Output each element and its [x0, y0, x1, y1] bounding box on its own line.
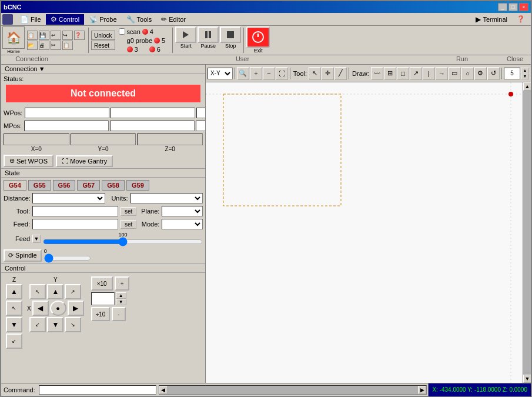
plane-select[interactable] [162, 206, 203, 216]
unlock-button[interactable]: Unlock [91, 31, 115, 40]
step-minus-btn[interactable]: - [112, 307, 125, 321]
toolbar-btn-5[interactable]: ❓ [74, 31, 85, 40]
wpos-y[interactable] [111, 108, 195, 118]
stop-button[interactable] [220, 26, 241, 43]
tool-line-btn[interactable]: ╱ [334, 67, 347, 80]
x-input[interactable] [4, 134, 69, 145]
z-diag-up-left[interactable]: ↖ [6, 301, 22, 316]
canvas-area[interactable] [206, 82, 523, 383]
spinbox-up[interactable]: ▲ [521, 68, 529, 74]
feed-arrow[interactable]: ▼ [32, 235, 41, 243]
draw-refresh-btn[interactable]: ↺ [487, 67, 500, 80]
y-up-btn[interactable]: ▲ [47, 284, 63, 299]
x-left-btn[interactable]: ◀ [32, 301, 49, 316]
step-plus-btn[interactable]: + [115, 276, 130, 291]
draw-cut-btn[interactable]: | [423, 67, 435, 80]
vscroll-track[interactable] [523, 91, 531, 375]
reset-button[interactable]: Reset [91, 41, 115, 50]
tab-g57[interactable]: G57 [77, 180, 100, 191]
main-canvas[interactable] [206, 82, 523, 383]
home-jog-btn[interactable]: ● [50, 301, 66, 316]
diag-up-right-btn[interactable]: ↗ [65, 284, 81, 299]
toolbar-btn-6[interactable]: 📂 [27, 41, 38, 50]
tool-move-btn[interactable]: ✛ [322, 67, 334, 80]
pause-button[interactable] [198, 26, 219, 43]
feed-set-button[interactable]: set [121, 220, 136, 229]
toolbar-btn-8[interactable]: ✂ [51, 41, 61, 50]
tool-set-button[interactable]: set [121, 207, 136, 216]
step-up-arrow[interactable]: ▲ [116, 292, 126, 299]
zoom-region-btn[interactable]: ⛶ [276, 67, 288, 80]
spindle-slider[interactable] [44, 254, 91, 262]
tab-g55[interactable]: G55 [28, 180, 51, 191]
toolbar-btn-9[interactable]: 📋 [62, 41, 73, 50]
move-gantry-button[interactable]: ⛶ Move Gantry [56, 155, 113, 167]
feed-input[interactable] [32, 219, 118, 229]
z-down-button[interactable]: ▼ [6, 317, 22, 332]
tool-select-btn[interactable]: ↖ [309, 67, 321, 80]
exit-button[interactable] [246, 26, 270, 48]
spindle-button[interactable]: ⟳ Spindle [4, 249, 42, 262]
draw-path-btn[interactable]: 〰 [371, 67, 383, 80]
draw-grid-btn[interactable]: ⊞ [384, 67, 396, 80]
hscroll-right-btn[interactable]: ▶ [418, 386, 426, 394]
mode-select[interactable] [162, 219, 203, 229]
spinbox-input[interactable]: 5 [504, 68, 520, 79]
toolbar-btn-4[interactable]: ↪ [62, 31, 73, 40]
feed-slider[interactable] [43, 238, 203, 246]
vscroll-up-btn[interactable]: ▲ [523, 82, 531, 91]
tab-g58[interactable]: G58 [102, 180, 125, 191]
distance-select[interactable] [32, 193, 105, 203]
start-button[interactable] [175, 26, 196, 43]
vscroll-down-btn[interactable]: ▼ [523, 375, 531, 383]
set-wpos-button[interactable]: ⊕ Set WPOS [4, 155, 53, 167]
z-up-button[interactable]: ▲ [6, 284, 22, 299]
draw-rect-btn[interactable]: □ [397, 67, 409, 80]
close-button[interactable]: × [519, 3, 528, 11]
mpos-y[interactable] [110, 121, 195, 131]
draw-gear-btn[interactable]: ⚙ [474, 67, 487, 80]
menu-control[interactable]: ⚙ Control [46, 14, 84, 25]
hscrollbar[interactable]: ◀ ▶ [159, 385, 427, 395]
diag-down-left-btn[interactable]: ↙ [29, 317, 46, 332]
diag-up-left-btn[interactable]: ↖ [29, 284, 46, 299]
zoom-in-btn[interactable]: + [250, 67, 262, 80]
menu-terminal[interactable]: ▶ Terminal [471, 14, 512, 25]
zoom-out-btn[interactable]: − [263, 67, 275, 80]
z-diag-down-left[interactable]: ↙ [6, 333, 22, 349]
z-input[interactable] [137, 134, 203, 145]
spinbox-down[interactable]: ▼ [521, 74, 529, 79]
draw-end-btn[interactable]: ↗ [410, 67, 422, 80]
hscroll-left-btn[interactable]: ◀ [159, 386, 168, 394]
toolbar-btn-1[interactable]: 📋 [27, 31, 38, 40]
draw-move-btn[interactable]: → [436, 67, 448, 80]
menu-tools[interactable]: 🔧 Tools [122, 14, 157, 25]
menu-editor[interactable]: ✏ Editor [156, 14, 190, 25]
tab-g54[interactable]: G54 [4, 180, 26, 191]
toolbar-btn-7[interactable]: 🖨 [39, 41, 49, 50]
menu-file[interactable]: 📄 File [15, 14, 46, 25]
tool-input[interactable] [32, 206, 118, 216]
units-select[interactable] [131, 193, 203, 203]
diag-down-right-btn[interactable]: ↘ [65, 317, 81, 332]
command-input[interactable] [39, 385, 156, 395]
step-x10-btn[interactable]: ×10 [91, 276, 113, 291]
toolbar-btn-3[interactable]: ↩ [51, 31, 61, 40]
mpos-x[interactable] [24, 121, 109, 131]
x-right-btn[interactable]: ▶ [68, 301, 84, 316]
mpos-z[interactable] [196, 121, 206, 131]
maximize-button[interactable]: □ [508, 3, 518, 11]
draw-circ-btn[interactable]: ○ [461, 67, 474, 80]
step-div10-btn[interactable]: ÷10 [91, 307, 111, 321]
draw-rect2-btn[interactable]: ▭ [449, 67, 461, 80]
home-button[interactable]: 🏠 [2, 26, 25, 49]
menu-help[interactable]: ❓ [512, 14, 530, 24]
menu-probe[interactable]: 📡 Probe [84, 14, 121, 25]
zoom-fit-btn[interactable]: 🔍 [237, 67, 249, 80]
wpos-x[interactable] [25, 108, 109, 118]
step-down-arrow[interactable]: ▼ [116, 299, 126, 305]
y-input[interactable] [71, 134, 136, 145]
minimize-button[interactable]: _ [498, 3, 507, 11]
tab-g59[interactable]: G59 [126, 180, 149, 191]
y-down-btn[interactable]: ▼ [47, 317, 63, 332]
